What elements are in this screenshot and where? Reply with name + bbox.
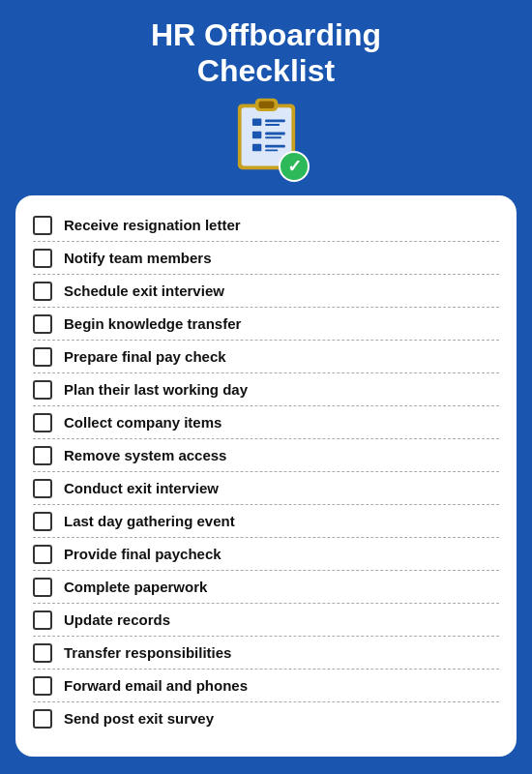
svg-rect-5 bbox=[265, 119, 285, 122]
item-label: Send post exit survey bbox=[64, 710, 214, 727]
item-label: Remove system access bbox=[64, 447, 226, 463]
checkbox[interactable] bbox=[33, 413, 52, 432]
checkbox[interactable] bbox=[33, 512, 52, 531]
svg-rect-4 bbox=[251, 118, 260, 126]
checklist-container: Receive resignation letterNotify team me… bbox=[33, 209, 499, 734]
checkbox[interactable] bbox=[33, 249, 52, 268]
checklist-item[interactable]: Transfer responsibilities bbox=[33, 637, 499, 670]
item-label: Provide final paycheck bbox=[64, 546, 222, 562]
svg-rect-10 bbox=[251, 143, 260, 151]
title-line1: HR Offboarding bbox=[151, 17, 381, 52]
checklist-item[interactable]: Complete paperwork bbox=[33, 571, 499, 604]
page-title: HR Offboarding Checklist bbox=[151, 17, 381, 89]
checklist-item[interactable]: Send post exit survey bbox=[33, 702, 499, 734]
checkbox[interactable] bbox=[33, 610, 52, 630]
checklist-item[interactable]: Remove system access bbox=[33, 439, 499, 472]
item-label: Conduct exit interview bbox=[64, 480, 219, 496]
page-header: HR Offboarding Checklist ✓ bbox=[15, 17, 517, 195]
checkbox[interactable] bbox=[33, 216, 52, 235]
item-label: Update records bbox=[64, 611, 170, 628]
svg-rect-11 bbox=[265, 144, 285, 147]
item-label: Begin knowledge transfer bbox=[64, 315, 241, 332]
checkbox[interactable] bbox=[33, 479, 52, 498]
title-line2: Checklist bbox=[197, 53, 335, 88]
item-label: Transfer responsibilities bbox=[64, 644, 231, 661]
checklist-item[interactable]: Notify team members bbox=[33, 242, 499, 275]
item-label: Complete paperwork bbox=[64, 579, 207, 595]
checklist-item[interactable]: Provide final paycheck bbox=[33, 538, 499, 571]
item-label: Forward email and phones bbox=[64, 677, 248, 694]
svg-rect-9 bbox=[265, 136, 281, 138]
svg-rect-8 bbox=[265, 132, 285, 134]
checkbox[interactable] bbox=[33, 545, 52, 564]
checkbox[interactable] bbox=[33, 314, 52, 334]
checklist-card: Receive resignation letterNotify team me… bbox=[15, 195, 517, 757]
checkbox[interactable] bbox=[33, 380, 52, 400]
item-label: Prepare final pay check bbox=[64, 348, 226, 365]
checklist-item[interactable]: Update records bbox=[33, 604, 499, 637]
checkbox[interactable] bbox=[33, 347, 52, 367]
checkbox[interactable] bbox=[33, 643, 52, 663]
checkbox[interactable] bbox=[33, 578, 52, 597]
checklist-item[interactable]: Last day gathering event bbox=[33, 505, 499, 538]
checkbox[interactable] bbox=[33, 282, 52, 301]
checklist-item[interactable]: Collect company items bbox=[33, 406, 499, 439]
svg-rect-3 bbox=[258, 101, 274, 108]
item-label: Schedule exit interview bbox=[64, 283, 224, 299]
item-label: Receive resignation letter bbox=[64, 217, 241, 233]
checklist-item[interactable]: Receive resignation letter bbox=[33, 209, 499, 242]
item-label: Collect company items bbox=[64, 414, 222, 431]
clipboard-graphic: ✓ bbox=[222, 95, 310, 182]
item-label: Notify team members bbox=[64, 250, 212, 266]
checkbox[interactable] bbox=[33, 676, 52, 696]
svg-rect-7 bbox=[251, 131, 260, 138]
svg-rect-12 bbox=[265, 149, 278, 151]
checklist-item[interactable]: Prepare final pay check bbox=[33, 341, 499, 373]
item-label: Plan their last working day bbox=[64, 381, 248, 398]
check-badge: ✓ bbox=[279, 151, 310, 182]
item-label: Last day gathering event bbox=[64, 513, 235, 529]
checkbox[interactable] bbox=[33, 446, 52, 465]
checklist-item[interactable]: Forward email and phones bbox=[33, 670, 499, 702]
svg-rect-6 bbox=[265, 124, 280, 126]
checkbox[interactable] bbox=[33, 709, 52, 729]
checklist-item[interactable]: Conduct exit interview bbox=[33, 472, 499, 505]
checklist-item[interactable]: Schedule exit interview bbox=[33, 275, 499, 308]
checklist-item[interactable]: Plan their last working day bbox=[33, 373, 499, 406]
checklist-item[interactable]: Begin knowledge transfer bbox=[33, 308, 499, 341]
